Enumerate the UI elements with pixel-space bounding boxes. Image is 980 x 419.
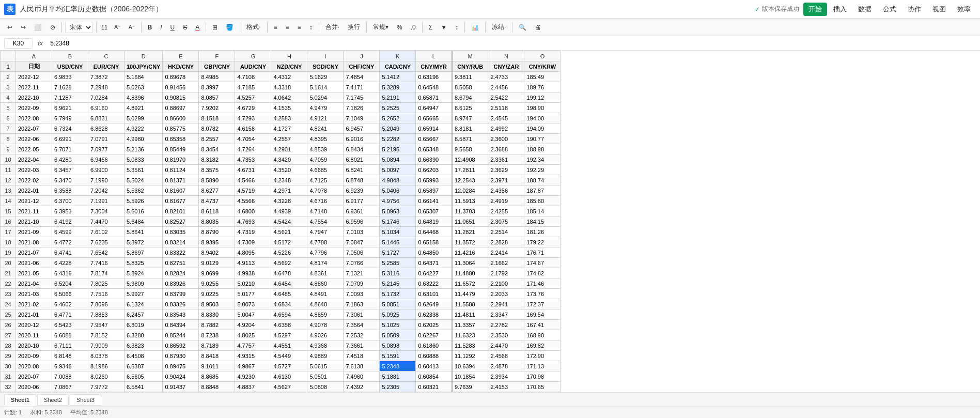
- cell-F17[interactable]: 8.8790: [199, 227, 235, 237]
- cell-O21[interactable]: 174.82: [524, 268, 561, 278]
- find-button[interactable]: 🔍: [516, 22, 530, 33]
- cell-E23[interactable]: 0.83799: [163, 289, 199, 299]
- cell-L2[interactable]: 0.63196: [416, 72, 452, 82]
- cell-H33[interactable]: 4.3200: [271, 392, 307, 393]
- cell-I27[interactable]: 4.9026: [307, 330, 344, 340]
- cell-K1[interactable]: CAD/CNY: [380, 61, 416, 72]
- cell-F11[interactable]: 8.3575: [199, 165, 235, 175]
- cell-E4[interactable]: 0.90815: [163, 92, 199, 103]
- cell-O23[interactable]: 173.76: [524, 289, 561, 299]
- bold-button[interactable]: B: [145, 22, 155, 33]
- format-button[interactable]: 格式·: [243, 21, 263, 33]
- sort-button[interactable]: ↕: [452, 22, 461, 33]
- cell-B27[interactable]: 6.6088: [52, 330, 88, 340]
- cell-C28[interactable]: 7.9009: [88, 340, 125, 351]
- cell-L19[interactable]: 0.64850: [416, 247, 452, 258]
- cell-A29[interactable]: 2020-09: [16, 351, 52, 361]
- cell-M20[interactable]: 11.3064: [452, 258, 488, 268]
- cell-M19[interactable]: 11.4216: [452, 247, 488, 258]
- cell-F9[interactable]: 8.3454: [199, 144, 235, 154]
- cell-D1[interactable]: 100JPY/CNY: [125, 61, 163, 72]
- cell-N10[interactable]: 2.3361: [488, 154, 524, 165]
- cell-I26[interactable]: 4.9078: [307, 320, 344, 330]
- cell-N5[interactable]: 2.5118: [488, 103, 524, 113]
- cell-F6[interactable]: 8.1518: [199, 113, 235, 123]
- cell-G22[interactable]: 5.0210: [235, 278, 271, 289]
- cell-M30[interactable]: 10.6394: [452, 361, 488, 371]
- cell-B7[interactable]: 6.7324: [52, 123, 88, 134]
- cell-I19[interactable]: 4.7796: [307, 247, 344, 258]
- cell-I25[interactable]: 4.8859: [307, 309, 344, 320]
- cell-I13[interactable]: 4.7078: [307, 185, 344, 196]
- cell-K28[interactable]: 5.0898: [380, 340, 416, 351]
- cell-M31[interactable]: 10.1854: [452, 371, 488, 382]
- cell-D17[interactable]: 5.8641: [125, 227, 163, 237]
- cell-D33[interactable]: 6.6167: [125, 392, 163, 393]
- cell-A20[interactable]: 2021-06: [16, 258, 52, 268]
- cell-J7[interactable]: 6.9457: [344, 123, 380, 134]
- cell-L6[interactable]: 0.65665: [416, 113, 452, 123]
- cell-C21[interactable]: 7.8174: [88, 268, 125, 278]
- cell-L30[interactable]: 0.60413: [416, 361, 452, 371]
- cell-L17[interactable]: 0.64468: [416, 227, 452, 237]
- cell-G26[interactable]: 4.9204: [235, 320, 271, 330]
- menu-formula[interactable]: 公式: [878, 3, 901, 16]
- cell-H2[interactable]: 4.4312: [271, 72, 307, 82]
- cell-A3[interactable]: 2022-11: [16, 82, 52, 92]
- cell-L28[interactable]: 0.61860: [416, 340, 452, 351]
- cell-N23[interactable]: 2.2033: [488, 289, 524, 299]
- cell-C11[interactable]: 6.9900: [88, 165, 125, 175]
- cell-N21[interactable]: 2.1792: [488, 268, 524, 278]
- cell-N24[interactable]: 2.2941: [488, 299, 524, 309]
- cell-O12[interactable]: 188.74: [524, 175, 561, 185]
- cell-N32[interactable]: 2.4153: [488, 382, 524, 392]
- cell-G16[interactable]: 4.7693: [235, 216, 271, 227]
- cell-B31[interactable]: 7.0088: [52, 371, 88, 382]
- cell-K14[interactable]: 4.9756: [380, 196, 416, 206]
- cell-M14[interactable]: 11.5913: [452, 196, 488, 206]
- cell-L10[interactable]: 0.66390: [416, 154, 452, 165]
- cell-J30[interactable]: 7.6138: [344, 361, 380, 371]
- cell-C18[interactable]: 7.6235: [88, 237, 125, 247]
- cell-F30[interactable]: 9.1011: [199, 361, 235, 371]
- cell-K18[interactable]: 5.1446: [380, 237, 416, 247]
- cell-D13[interactable]: 5.5362: [125, 185, 163, 196]
- cell-I17[interactable]: 4.7947: [307, 227, 344, 237]
- cell-I3[interactable]: 5.1614: [307, 82, 344, 92]
- cell-J26[interactable]: 7.3564: [344, 320, 380, 330]
- cell-L18[interactable]: 0.65158: [416, 237, 452, 247]
- cell-H18[interactable]: 4.5172: [271, 237, 307, 247]
- cell-H1[interactable]: NZD/CNY: [271, 61, 307, 72]
- number-format-button[interactable]: 常规▾: [370, 21, 392, 33]
- cell-B33[interactable]: 7.0986: [52, 392, 88, 393]
- cell-M16[interactable]: 11.0651: [452, 216, 488, 227]
- cell-K29[interactable]: 5.1591: [380, 351, 416, 361]
- cell-B5[interactable]: 6.9621: [52, 103, 88, 113]
- cell-M8[interactable]: 8.5871: [452, 134, 488, 144]
- cell-H20[interactable]: 4.5692: [271, 258, 307, 268]
- cell-A32[interactable]: 2020-06: [16, 382, 52, 392]
- cell-O6[interactable]: 194.00: [524, 113, 561, 123]
- cell-I15[interactable]: 4.7148: [307, 206, 344, 216]
- cell-K11[interactable]: 5.0097: [380, 165, 416, 175]
- cell-A19[interactable]: 2021-07: [16, 247, 52, 258]
- cell-L8[interactable]: 0.65667: [416, 134, 452, 144]
- sum-button[interactable]: Σ: [426, 22, 435, 33]
- cell-B25[interactable]: 6.4771: [52, 309, 88, 320]
- cell-A27[interactable]: 2020-11: [16, 330, 52, 340]
- cell-J29[interactable]: 7.4518: [344, 351, 380, 361]
- cell-E10[interactable]: 0.81970: [163, 154, 199, 165]
- cell-B28[interactable]: 6.7111: [52, 340, 88, 351]
- cell-F12[interactable]: 8.5890: [199, 175, 235, 185]
- tab-sheet3[interactable]: Sheet3: [70, 394, 101, 406]
- cell-A14[interactable]: 2021-12: [16, 196, 52, 206]
- cell-J25[interactable]: 7.3061: [344, 309, 380, 320]
- col-header-I[interactable]: I: [307, 51, 344, 61]
- cell-C6[interactable]: 6.8831: [88, 113, 125, 123]
- cell-B9[interactable]: 6.7071: [52, 144, 88, 154]
- cell-M9[interactable]: 9.5658: [452, 144, 488, 154]
- tab-sheet1[interactable]: Sheet1: [4, 394, 36, 406]
- cell-F7[interactable]: 8.0782: [199, 123, 235, 134]
- cell-A16[interactable]: 2021-10: [16, 216, 52, 227]
- cell-K9[interactable]: 5.2195: [380, 144, 416, 154]
